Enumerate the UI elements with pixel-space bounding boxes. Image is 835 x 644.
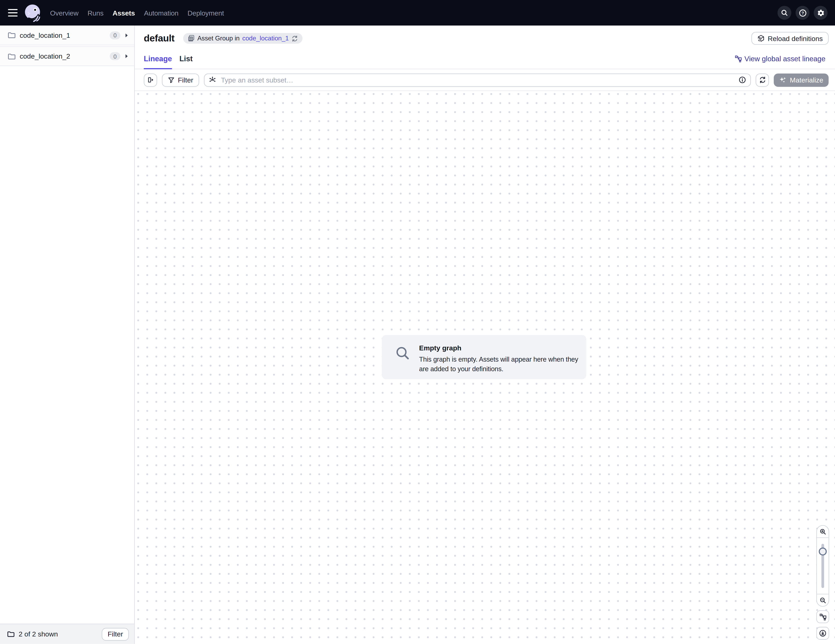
asset-count-badge: 0	[110, 52, 120, 60]
settings-button[interactable]	[814, 6, 828, 20]
filter-funnel-icon	[168, 76, 175, 83]
refresh-icon	[759, 76, 766, 84]
zoom-in-button[interactable]	[817, 526, 829, 538]
asset-count-badge: 0	[110, 31, 120, 39]
lineage-icon	[819, 613, 826, 620]
empty-graph-title: Empty graph	[419, 344, 582, 352]
empty-graph-body: This graph is empty. Assets will appear …	[419, 355, 582, 374]
folder-icon	[8, 52, 16, 60]
tab-list[interactable]: List	[179, 49, 193, 69]
nav-item-deployment[interactable]: Deployment	[188, 9, 224, 17]
nav-item-automation[interactable]: Automation	[144, 9, 179, 17]
code-location-link[interactable]: code_location_1	[242, 35, 289, 42]
zoom-out-button[interactable]	[817, 594, 829, 606]
view-global-asset-lineage-link[interactable]: View global asset lineage	[735, 49, 825, 68]
reload-cube-icon	[757, 35, 765, 42]
expand-panel-button[interactable]	[144, 73, 157, 86]
zoom-control	[816, 525, 829, 607]
chevron-right-icon[interactable]	[124, 32, 129, 38]
refresh-icon[interactable]	[292, 35, 299, 42]
reload-definitions-button[interactable]: Reload definitions	[751, 32, 829, 45]
primary-nav: Overview Runs Assets Automation Deployme…	[50, 9, 224, 17]
magnifier-icon	[396, 346, 411, 379]
nav-item-runs[interactable]: Runs	[88, 9, 104, 17]
asset-subset-field	[204, 73, 751, 86]
zoom-out-icon	[819, 597, 826, 604]
nav-item-overview[interactable]: Overview	[50, 9, 78, 17]
sparkles-icon	[779, 76, 786, 84]
sidebar-filter-button[interactable]: Filter	[102, 628, 129, 641]
refresh-graph-button[interactable]	[756, 73, 769, 86]
main-content: default Asset Group in code_location_1	[135, 26, 835, 644]
graph-filter-button[interactable]: Filter	[162, 73, 199, 86]
help-icon: ?	[798, 9, 806, 17]
page-title: default	[144, 33, 174, 44]
gear-icon	[817, 9, 825, 17]
asset-groups-sidebar: code_location_1 0 code_location_2 0	[0, 26, 135, 644]
empty-graph-text: Empty graph This graph is empty. Assets …	[419, 344, 582, 379]
folder-icon	[7, 630, 15, 638]
sidebar-footer: 2 of 2 shown Filter	[0, 624, 134, 644]
tab-lineage[interactable]: Lineage	[144, 49, 172, 69]
asset-subset-input[interactable]	[220, 75, 735, 85]
empty-graph-card: Empty graph This graph is empty. Assets …	[382, 335, 586, 379]
download-image-button[interactable]	[816, 627, 829, 640]
shown-count-label: 2 of 2 shown	[19, 630, 102, 638]
materialize-button[interactable]: Materialize	[774, 73, 829, 86]
asset-group-badge: Asset Group in code_location_1	[183, 33, 302, 44]
chevron-right-icon[interactable]	[124, 53, 129, 59]
nav-actions: ?	[777, 6, 827, 20]
sidebar-item-code-location-2[interactable]: code_location_2 0	[0, 46, 134, 66]
asset-group-badge-text: Asset Group in	[197, 35, 240, 42]
hamburger-menu-button[interactable]	[4, 4, 21, 21]
dagster-logo	[23, 3, 42, 23]
lineage-graph-canvas[interactable]: Empty graph This graph is empty. Assets …	[135, 91, 835, 644]
top-nav: Overview Runs Assets Automation Deployme…	[0, 0, 835, 26]
lineage-toolbar: Filter	[135, 69, 835, 91]
op-selector-icon	[209, 76, 216, 84]
sidebar-item-code-location-1[interactable]: code_location_1 0	[0, 26, 134, 46]
zoom-slider[interactable]	[817, 538, 829, 594]
folder-icon	[8, 31, 16, 39]
tabs-row: Lineage List View global asset linea	[135, 49, 835, 69]
help-button[interactable]: ?	[796, 6, 809, 20]
fit-lineage-button[interactable]	[816, 610, 829, 623]
code-location-label: code_location_1	[20, 31, 110, 39]
zoom-in-icon	[819, 528, 826, 535]
nav-item-assets[interactable]: Assets	[112, 9, 135, 17]
download-icon	[819, 629, 827, 637]
zoom-slider-knob[interactable]	[819, 547, 827, 555]
search-button[interactable]	[777, 6, 791, 20]
app-window: Overview Runs Assets Automation Deployme…	[0, 0, 835, 644]
panel-expand-icon	[147, 76, 154, 84]
svg-text:?: ?	[801, 10, 804, 15]
page-header: default Asset Group in code_location_1	[135, 26, 835, 49]
search-icon	[781, 9, 788, 16]
info-icon[interactable]	[739, 76, 746, 84]
lineage-icon	[735, 55, 742, 62]
code-location-label: code_location_2	[20, 52, 110, 60]
asset-group-icon	[187, 35, 195, 42]
